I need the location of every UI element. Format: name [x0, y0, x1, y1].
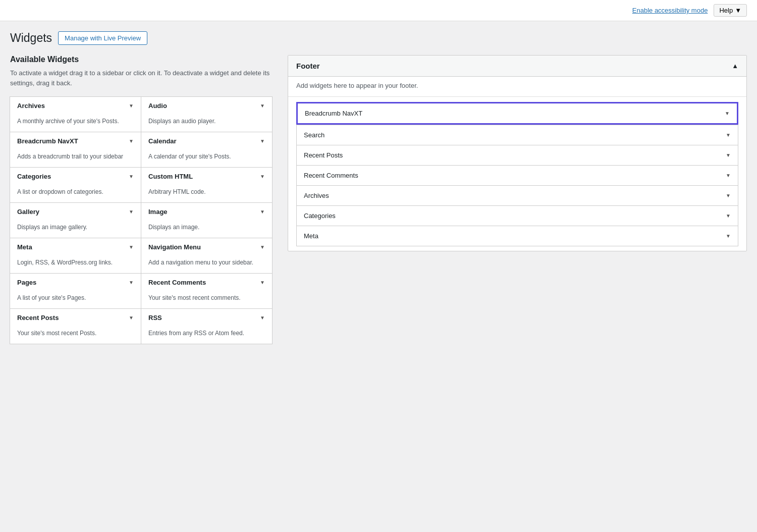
footer-title: Footer: [296, 62, 320, 70]
available-widgets-description: To activate a widget drag it to a sideba…: [10, 68, 273, 88]
right-panel: Footer ▲ Add widgets here to appear in y…: [288, 55, 747, 251]
widget-chevron-icon: ▼: [260, 315, 265, 321]
footer-widget-chevron-icon: ▼: [726, 152, 731, 158]
widget-header[interactable]: Archives ▼: [10, 97, 141, 115]
enable-accessibility-link[interactable]: Enable accessibility mode: [632, 7, 708, 14]
widget-item[interactable]: Navigation Menu ▼ Add a navigation menu …: [141, 238, 273, 274]
widget-item[interactable]: Calendar ▼ A calendar of your site's Pos…: [141, 132, 273, 168]
footer-widget-item[interactable]: Recent Comments ▼: [296, 165, 738, 186]
widget-chevron-icon: ▼: [260, 280, 265, 285]
widget-header[interactable]: Navigation Menu ▼: [141, 238, 272, 256]
widget-name: Meta: [17, 243, 32, 251]
widget-name: Breadcrumb NavXT: [17, 137, 78, 145]
widget-item[interactable]: Custom HTML ▼ Arbitrary HTML code.: [141, 167, 273, 203]
footer-widget-item[interactable]: Meta ▼: [296, 226, 738, 246]
footer-widget-header[interactable]: Meta ▼: [297, 226, 738, 246]
widget-name: Navigation Menu: [148, 243, 201, 251]
widget-chevron-icon: ▼: [129, 209, 134, 215]
widget-name: Pages: [17, 279, 36, 286]
footer-section: Footer ▲ Add widgets here to appear in y…: [288, 55, 747, 251]
footer-widget-chevron-icon: ▼: [726, 233, 731, 239]
footer-widget-header[interactable]: Recent Posts ▼: [297, 145, 738, 165]
widget-name: Image: [148, 208, 168, 216]
footer-widget-header[interactable]: Categories ▼: [297, 206, 738, 226]
widget-header[interactable]: Categories ▼: [10, 168, 141, 185]
widget-header[interactable]: Meta ▼: [10, 238, 141, 256]
footer-widget-item[interactable]: Search ▼: [296, 125, 738, 145]
footer-widget-name: Archives: [304, 192, 329, 199]
widget-chevron-icon: ▼: [260, 138, 265, 144]
widget-header[interactable]: Recent Posts ▼: [10, 309, 141, 327]
widget-header[interactable]: Image ▼: [141, 203, 272, 221]
widget-header[interactable]: Calendar ▼: [141, 132, 272, 150]
widget-header[interactable]: Custom HTML ▼: [141, 168, 272, 185]
footer-widget-list: Breadcrumb NavXT ▼ Search ▼ Recent Posts…: [288, 97, 746, 251]
widget-chevron-icon: ▼: [260, 103, 265, 109]
footer-widget-item[interactable]: Categories ▼: [296, 205, 738, 226]
footer-collapse-icon: ▲: [732, 62, 738, 70]
widget-item[interactable]: Categories ▼ A list or dropdown of categ…: [10, 167, 141, 203]
widget-chevron-icon: ▼: [129, 103, 134, 109]
footer-widget-name: Recent Comments: [304, 172, 358, 179]
widget-name: RSS: [148, 314, 162, 322]
help-chevron-icon: ▼: [735, 7, 741, 14]
widget-item[interactable]: Breadcrumb NavXT ▼ Adds a breadcrumb tra…: [10, 132, 141, 168]
footer-widget-header[interactable]: Breadcrumb NavXT ▼: [298, 103, 737, 123]
footer-widget-item[interactable]: Archives ▼: [296, 185, 738, 206]
widget-name: Calendar: [148, 137, 177, 145]
widget-grid: Archives ▼ A monthly archive of your sit…: [10, 97, 273, 344]
manage-preview-button[interactable]: Manage with Live Preview: [58, 31, 147, 45]
footer-widget-name: Breadcrumb NavXT: [305, 110, 362, 117]
widget-desc: Login, RSS, & WordPress.org links.: [10, 256, 141, 273]
available-widgets-title: Available Widgets: [10, 55, 273, 64]
footer-header[interactable]: Footer ▲: [288, 56, 746, 77]
widget-desc: A monthly archive of your site's Posts.: [10, 115, 141, 132]
footer-widget-name: Categories: [304, 212, 336, 220]
footer-widget-item[interactable]: Recent Posts ▼: [296, 145, 738, 166]
footer-widget-chevron-icon: ▼: [726, 132, 731, 138]
help-button[interactable]: Help ▼: [714, 4, 747, 17]
footer-widget-chevron-icon: ▼: [726, 193, 731, 198]
widget-desc: Displays an audio player.: [141, 115, 272, 132]
widget-chevron-icon: ▼: [260, 209, 265, 215]
widget-item[interactable]: Pages ▼ A list of your site's Pages.: [10, 273, 141, 309]
footer-description: Add widgets here to appear in your foote…: [288, 77, 746, 97]
widget-header[interactable]: Pages ▼: [10, 274, 141, 291]
page-title: Widgets: [10, 31, 52, 45]
widget-name: Categories: [17, 173, 51, 180]
widget-chevron-icon: ▼: [129, 138, 134, 144]
widget-chevron-icon: ▼: [129, 280, 134, 285]
footer-widget-chevron-icon: ▼: [726, 213, 731, 219]
widget-desc: A calendar of your site's Posts.: [141, 150, 272, 167]
widget-item[interactable]: Meta ▼ Login, RSS, & WordPress.org links…: [10, 238, 141, 274]
widget-name: Recent Posts: [17, 314, 59, 322]
widget-desc: Arbitrary HTML code.: [141, 185, 272, 202]
widget-item[interactable]: Recent Posts ▼ Your site's most recent P…: [10, 308, 141, 344]
widget-name: Audio: [148, 102, 167, 110]
widget-chevron-icon: ▼: [260, 174, 265, 179]
widget-item[interactable]: Recent Comments ▼ Your site's most recen…: [141, 273, 273, 309]
footer-widget-item[interactable]: Breadcrumb NavXT ▼: [296, 102, 738, 125]
footer-widget-name: Search: [304, 131, 325, 139]
widget-header[interactable]: Gallery ▼: [10, 203, 141, 221]
footer-widget-header[interactable]: Recent Comments ▼: [297, 166, 738, 185]
widget-header[interactable]: RSS ▼: [141, 309, 272, 327]
widget-item[interactable]: Archives ▼ A monthly archive of your sit…: [10, 96, 141, 132]
widget-desc: A list of your site's Pages.: [10, 291, 141, 308]
widget-item[interactable]: RSS ▼ Entries from any RSS or Atom feed.: [141, 308, 273, 344]
footer-widget-chevron-icon: ▼: [726, 173, 731, 178]
widget-item[interactable]: Audio ▼ Displays an audio player.: [141, 96, 273, 132]
widget-desc: Displays an image gallery.: [10, 221, 141, 238]
widget-header[interactable]: Audio ▼: [141, 97, 272, 115]
widget-chevron-icon: ▼: [129, 244, 134, 250]
widget-name: Custom HTML: [148, 173, 193, 180]
widget-header[interactable]: Breadcrumb NavXT ▼: [10, 132, 141, 150]
widget-item[interactable]: Image ▼ Displays an image.: [141, 202, 273, 238]
widget-name: Gallery: [17, 208, 39, 216]
footer-widget-chevron-icon: ▼: [725, 111, 730, 116]
footer-widget-header[interactable]: Search ▼: [297, 125, 738, 145]
footer-widget-header[interactable]: Archives ▼: [297, 186, 738, 205]
widget-desc: Add a navigation menu to your sidebar.: [141, 256, 272, 273]
widget-item[interactable]: Gallery ▼ Displays an image gallery.: [10, 202, 141, 238]
widget-header[interactable]: Recent Comments ▼: [141, 274, 272, 291]
